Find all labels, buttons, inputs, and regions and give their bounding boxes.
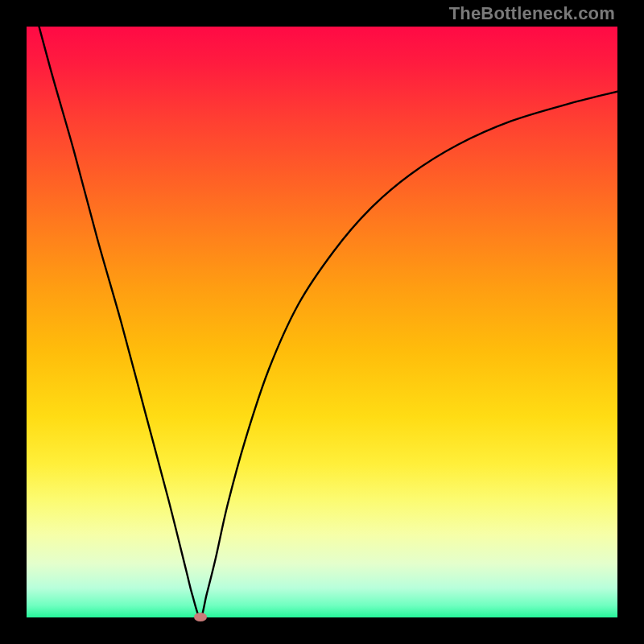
minimum-marker bbox=[194, 613, 207, 621]
chart-frame: TheBottleneck.com bbox=[0, 0, 644, 644]
bottleneck-curve bbox=[27, 27, 617, 617]
curve-layer bbox=[27, 27, 617, 617]
watermark-text: TheBottleneck.com bbox=[449, 3, 615, 24]
